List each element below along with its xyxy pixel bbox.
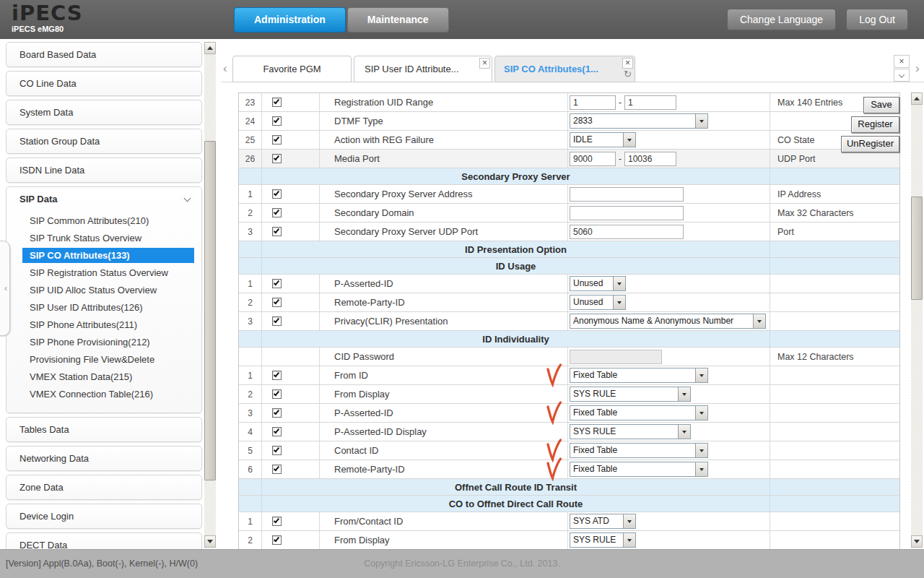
sidebar-subitem-selected[interactable]: SIP CO Attributes(133) <box>22 248 194 263</box>
row-checkbox[interactable] <box>272 316 282 326</box>
sidebar-subitem[interactable]: SIP Common Attributes(210) <box>6 212 201 230</box>
value-select[interactable]: SYS ATD <box>570 514 636 529</box>
value-input[interactable] <box>570 187 684 202</box>
refresh-icon[interactable]: ↻ <box>624 69 632 79</box>
row-checkbox[interactable] <box>272 427 282 436</box>
tab-bar: Favorite PGMSIP User ID Attribute...×SIP… <box>232 56 637 82</box>
range-end-input[interactable] <box>624 95 676 110</box>
row-checkbox[interactable] <box>272 408 282 418</box>
tab-scroll-right-button[interactable]: › <box>915 62 920 74</box>
sidebar-item[interactable]: CO Line Data <box>6 71 202 96</box>
value-select[interactable]: Fixed Table <box>570 443 708 458</box>
scroll-up-icon[interactable] <box>204 42 216 54</box>
sidebar-subitem[interactable]: SIP User ID Attributes(126) <box>6 299 201 316</box>
row-checkbox[interactable] <box>272 298 282 307</box>
row-checkbox[interactable] <box>272 279 282 288</box>
row-checkbox[interactable] <box>272 389 282 399</box>
dropdown-arrow-icon <box>753 314 765 328</box>
sidebar-item[interactable]: ISDN Line Data <box>6 158 202 183</box>
sidebar-subitem[interactable]: VMEX Connection Table(216) <box>6 386 201 403</box>
sidebar-scrollbar[interactable] <box>204 42 216 548</box>
value-select[interactable]: Unused <box>570 295 626 310</box>
row-checkbox[interactable] <box>272 517 282 526</box>
attribute-label-cell: From Display <box>320 531 568 549</box>
change-language-button[interactable]: Change Language <box>727 9 836 30</box>
row-checkbox[interactable] <box>272 98 282 107</box>
range-start-input[interactable] <box>570 95 616 110</box>
sidebar-subitem[interactable]: VMEX Station Data(215) <box>6 368 201 386</box>
sidebar-collapse-handle[interactable]: ‹ <box>0 241 10 336</box>
nav-tab-administration[interactable]: Administration <box>234 7 346 33</box>
scroll-down-icon[interactable] <box>911 535 923 548</box>
checkbox-cell <box>262 423 320 441</box>
value-select[interactable]: SYS RULE <box>570 532 636 548</box>
row-checkbox[interactable] <box>272 116 282 126</box>
save-button[interactable]: Save <box>863 97 899 113</box>
check-icon <box>274 409 279 415</box>
close-icon[interactable]: × <box>479 58 490 69</box>
row-checkbox[interactable] <box>272 208 282 217</box>
tab-scroll-left-button[interactable]: ‹ <box>223 62 227 74</box>
row-checkbox[interactable] <box>272 446 282 455</box>
value-select[interactable]: IDLE <box>570 132 636 147</box>
sidebar-item-label: CO Line Data <box>6 72 201 95</box>
table-row: 2From DisplaySYS RULE <box>239 385 899 404</box>
tab-list-menu-button[interactable] <box>894 69 910 82</box>
range-start-input[interactable] <box>570 152 616 166</box>
value-select[interactable]: SYS RULE <box>570 424 691 439</box>
sidebar-item[interactable]: Networking Data <box>6 446 202 471</box>
scroll-down-icon[interactable] <box>204 535 216 548</box>
sidebar-subitem[interactable]: SIP Registration Status Overview <box>6 264 201 282</box>
sidebar-item[interactable]: Zone Data <box>6 475 202 500</box>
sidebar-item[interactable]: Device Login <box>6 504 202 529</box>
sidebar-subitem[interactable]: Provisioning File View&Delete <box>6 351 201 368</box>
value-select[interactable]: 2833 <box>570 113 708 129</box>
logout-button[interactable]: Log Out <box>846 9 908 30</box>
tab-item[interactable]: Favorite PGM <box>232 56 352 82</box>
dropdown-arrow-icon <box>695 444 707 457</box>
sidebar-scrollbar-thumb[interactable] <box>204 141 216 480</box>
dropdown-arrow-icon <box>613 296 625 309</box>
checkbox-cell <box>262 150 320 168</box>
nav-tab-maintenance[interactable]: Maintenance <box>347 7 449 33</box>
sidebar-subitem[interactable]: SIP Phone Attributes(211) <box>6 316 201 334</box>
value-select[interactable]: Fixed Table <box>570 368 708 383</box>
sidebar-item[interactable]: Tables Data <box>6 417 202 442</box>
value-select[interactable]: Fixed Table <box>570 462 708 477</box>
row-checkbox[interactable] <box>272 535 282 545</box>
tab-list-close-button[interactable]: × <box>894 55 910 68</box>
value-select[interactable]: SYS RULE <box>570 387 691 402</box>
register-button[interactable]: Register <box>851 116 899 133</box>
close-icon[interactable]: × <box>622 58 633 69</box>
sidebar-item[interactable]: Station Group Data <box>6 129 202 154</box>
attribute-label-cell: Contact ID <box>320 441 568 460</box>
tab-item[interactable]: SIP User ID Attribute...× <box>354 56 492 82</box>
description-cell <box>770 293 899 311</box>
sidebar-subitem[interactable]: SIP Trunk Status Overview <box>6 230 201 247</box>
value-select[interactable]: Unused <box>570 276 626 291</box>
row-checkbox[interactable] <box>272 154 282 163</box>
check-icon <box>274 465 279 472</box>
content-scrollbar[interactable] <box>911 92 923 548</box>
sidebar-subitem[interactable]: SIP Phone Provisioning(212) <box>6 334 201 351</box>
scroll-up-icon[interactable] <box>911 92 923 105</box>
section-title: ID Usage <box>262 258 770 274</box>
value-input[interactable] <box>570 206 684 220</box>
row-checkbox[interactable] <box>272 189 282 199</box>
unregister-button[interactable]: UnRegister <box>841 136 899 152</box>
row-checkbox[interactable] <box>272 465 282 474</box>
row-checkbox[interactable] <box>272 227 282 236</box>
row-checkbox[interactable] <box>272 371 282 380</box>
sidebar-item[interactable]: Board Based Data <box>6 42 202 67</box>
sidebar-subitem[interactable]: SIP UID Alloc Status Overview <box>6 282 201 299</box>
tab-active[interactable]: SIP CO Attributes(1...×↻ <box>494 56 635 82</box>
sidebar-group-header[interactable]: SIP Data <box>6 187 201 211</box>
value-select[interactable]: Anonymous Name & Anonymous Number <box>570 314 766 329</box>
range-end-input[interactable] <box>624 152 676 166</box>
row-checkbox[interactable] <box>272 135 282 144</box>
sidebar-item[interactable]: System Data <box>6 100 202 125</box>
row-number: 4 <box>239 423 262 441</box>
value-input[interactable] <box>570 225 684 239</box>
content-scrollbar-thumb[interactable] <box>911 197 923 300</box>
value-select[interactable]: Fixed Table <box>570 405 708 420</box>
